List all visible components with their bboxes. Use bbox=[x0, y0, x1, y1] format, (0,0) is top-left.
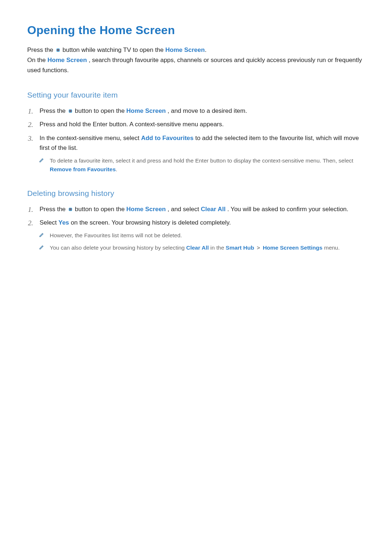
text: Press the bbox=[40, 107, 68, 114]
step-item: In the context-sensitive menu, select Ad… bbox=[27, 133, 365, 174]
note: To delete a favourite item, select it an… bbox=[39, 156, 365, 174]
home-screen-link: Home Screen bbox=[48, 57, 87, 63]
section-title-history: Deleting browsing history bbox=[27, 189, 365, 198]
smart-hub-icon bbox=[56, 48, 61, 53]
note: You can also delete your browsing histor… bbox=[39, 243, 365, 252]
home-screen-link: Home Screen bbox=[166, 46, 205, 53]
clear-all-link: Clear All bbox=[201, 206, 225, 213]
text: . You will be asked to confirm your sele… bbox=[227, 206, 348, 213]
steps-history: Press the button to open the Home Screen… bbox=[27, 204, 365, 252]
note: However, the Favourites list items will … bbox=[39, 231, 365, 240]
text: . bbox=[205, 46, 207, 53]
note-text: To delete a favourite item, select it an… bbox=[50, 156, 365, 174]
text: on the screen. Your browsing history is … bbox=[71, 219, 231, 226]
add-to-favourites-link: Add to Favourites bbox=[141, 135, 194, 141]
text: , and select bbox=[167, 206, 201, 213]
text: Press the bbox=[40, 206, 68, 213]
steps-favourite: Press the button to open the Home Screen… bbox=[27, 106, 365, 174]
breadcrumb-separator: > bbox=[257, 245, 260, 251]
intro-paragraph: Press the button while watching TV to op… bbox=[27, 45, 365, 75]
text: In the context-sensitive menu, select bbox=[40, 135, 141, 141]
page-title: Opening the Home Screen bbox=[27, 24, 365, 37]
text: To delete a favourite item, select it an… bbox=[50, 157, 353, 164]
text: , and move to a desired item. bbox=[167, 107, 247, 114]
yes-link: Yes bbox=[58, 219, 69, 226]
home-screen-link: Home Screen bbox=[126, 206, 166, 213]
text: Press the bbox=[27, 46, 55, 53]
remove-from-favourites-link: Remove from Favourites bbox=[50, 166, 116, 172]
text: button to open the bbox=[75, 107, 126, 114]
step-item: Press and hold the Enter button. A conte… bbox=[27, 119, 365, 129]
smart-hub-link: Smart Hub bbox=[226, 245, 254, 251]
clear-all-link: Clear All bbox=[186, 245, 209, 251]
text: button to open the bbox=[75, 206, 126, 213]
text: menu. bbox=[324, 245, 340, 251]
smart-hub-icon bbox=[68, 207, 73, 212]
note-text: However, the Favourites list items will … bbox=[50, 231, 365, 240]
section-title-favourite: Setting your favourite item bbox=[27, 91, 365, 99]
step-item: Press the button to open the Home Screen… bbox=[27, 106, 365, 116]
text: Select bbox=[40, 219, 58, 226]
text: . bbox=[116, 166, 117, 172]
home-screen-settings-link: Home Screen Settings bbox=[263, 245, 323, 251]
text: Press and hold the Enter button. A conte… bbox=[40, 121, 224, 128]
smart-hub-icon bbox=[68, 108, 73, 114]
text: button while watching TV to open the bbox=[62, 46, 165, 53]
home-screen-link: Home Screen bbox=[126, 107, 166, 114]
note-pencil-icon bbox=[39, 157, 45, 163]
step-item: Press the button to open the Home Screen… bbox=[27, 204, 365, 214]
text: in the bbox=[211, 245, 226, 251]
text: On the bbox=[27, 57, 48, 63]
note-pencil-icon bbox=[39, 232, 45, 238]
note-text: You can also delete your browsing histor… bbox=[50, 243, 365, 252]
step-item: Select Yes on the screen. Your browsing … bbox=[27, 218, 365, 252]
note-pencil-icon bbox=[39, 244, 45, 250]
text: You can also delete your browsing histor… bbox=[50, 245, 186, 251]
